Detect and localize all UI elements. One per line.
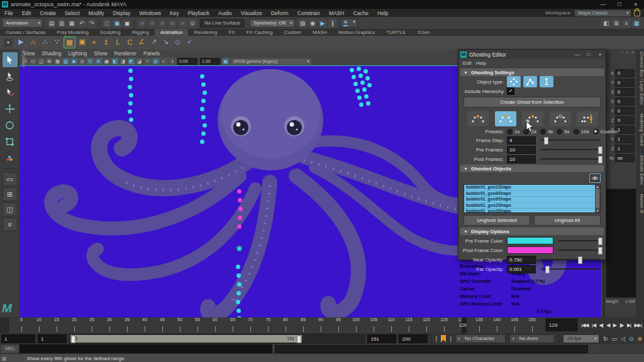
channel-box-icon[interactable]: ∩ [626,50,629,55]
shelf-tab[interactable]: Rendering [188,29,223,36]
toolbar-icon[interactable]: ⊙ [188,19,197,28]
gamma-field[interactable]: 1.00 [200,58,220,65]
toolbar-icon[interactable]: | [133,19,136,28]
channel-box-icon[interactable]: ✓ [631,50,635,55]
toolbar-icon[interactable]: ▦ [67,19,76,28]
panel-menu-item[interactable]: Panels [143,50,160,57]
transport-button[interactable]: ▶ [613,322,616,328]
panel-menu-item[interactable]: Renderer [114,50,136,57]
viewport-toolbar-icon[interactable]: ◍ [152,58,160,65]
render-icon[interactable]: ∥ [328,19,337,28]
toolbar-icon[interactable]: ∩ [138,19,147,28]
shelf-tool-icon[interactable]: ↘ [160,36,171,47]
weight-value[interactable]: 1.000 [625,299,635,304]
joint-chain-type-button[interactable] [523,76,537,87]
ghost-menu-item[interactable]: Help [476,60,486,66]
channel-value[interactable]: on [615,154,635,162]
viewport-toolbar-icon[interactable]: ▣ [103,58,111,65]
panel-menu-item[interactable]: Show [94,50,107,57]
rotate-tool-button[interactable] [3,118,18,133]
toolbar-icon[interactable]: ▤ [47,19,56,28]
menu-item[interactable]: Audio [214,10,236,16]
shelf-tool-icon[interactable]: ∵ [52,36,62,47]
post-frame-color-swatch[interactable] [507,246,553,254]
scale-tool-button[interactable] [3,134,18,149]
layout-preset-button[interactable]: ≡ [3,217,18,231]
color-management-icon[interactable]: ▣ [222,58,230,65]
panel-menu-item[interactable]: Shading [42,50,61,57]
exposure-field[interactable]: 0.00 [177,58,197,65]
anim-start-field[interactable] [1,334,35,343]
joint-type-button[interactable] [540,76,553,87]
render-icon[interactable]: ◉ [308,19,317,28]
command-input[interactable] [19,344,272,354]
workspace-dropdown[interactable]: Maya Classic [574,9,631,17]
shelf-tool-icon[interactable]: ↗ [148,36,159,47]
live-surface-field[interactable]: No Live Surface [200,19,245,28]
viewport-toolbar-icon[interactable]: ◩ [128,58,135,65]
near-opacity-input[interactable] [507,256,536,264]
menu-item[interactable]: MASH [325,10,349,16]
channel-value[interactable]: 0 [615,116,635,124]
panel-toggle-icon[interactable]: ⊞ [612,19,621,28]
panel-menu-item[interactable]: Lighting [68,50,87,57]
viewport-toolbar-icon[interactable]: ◎ [79,58,86,65]
scroll-up-icon[interactable]: ▲ [596,185,599,189]
ghosted-objects-header[interactable]: ▼Ghosted Objects [460,165,604,172]
shelf-tab[interactable]: Motion Graphics [333,29,380,36]
toolbar-icon[interactable]: ↷ [87,19,96,28]
shelf-tab[interactable]: Sculpting [94,29,126,36]
viewport-toolbar-icon[interactable]: ▭ [30,58,37,65]
sidebar-tab[interactable]: Channel Box / Layer Editor [636,52,644,105]
list-item[interactable]: bubble01_geo8Shape [464,191,600,197]
toolbar-icon[interactable]: ∩ [158,19,167,28]
bookmark-icon[interactable] [441,335,447,343]
channel-value[interactable]: 0 [615,88,635,96]
playback-range-bar[interactable]: 1 151 [70,335,302,343]
viewport-toolbar-icon[interactable]: ⊞ [46,58,53,65]
shelf-tool-icon[interactable]: ∩ [28,36,38,47]
preset-radio[interactable]: 1s [507,129,519,134]
outliner-collapsed-tab[interactable]: Outliner [19,50,26,69]
list-item[interactable]: bubble01_geo3Shape [464,209,600,213]
panel-toggle-icon[interactable]: ▦ [632,19,641,28]
transport-button[interactable]: ◀ [606,322,609,328]
shelf-tool-icon[interactable]: ∠ [136,36,147,47]
list-item[interactable]: bubble01_geo2Shape [464,203,600,209]
next-bookmark-icon[interactable]: | [450,336,451,342]
display-options-header[interactable]: ▼Display Options [460,228,604,235]
playback-option-icon[interactable]: ◁ [621,336,625,342]
shelf-tab[interactable]: Custom [278,29,307,36]
pre-frames-slider[interactable] [541,146,601,153]
range-slider-track[interactable]: 1 151 [69,334,365,344]
menu-item[interactable]: Edit [18,10,36,16]
shelf-tool-icon[interactable]: ✓ [184,36,195,47]
shelf-tab[interactable]: Rigging [126,29,155,36]
pre-frame-color-slider[interactable] [558,237,601,244]
anim-end-field[interactable] [399,334,428,343]
shelf-tab[interactable]: MASH [307,29,333,36]
toolbar-icon[interactable]: ∩ [178,19,187,28]
playback-option-icon[interactable]: ⊕ [637,336,642,342]
toolbar-icon[interactable]: ◻ [103,19,111,28]
ghost-close-button[interactable]: × [594,52,606,57]
shelf-tab[interactable]: FX [223,29,240,36]
channel-value[interactable]: 1 [615,145,635,153]
viewport-toolbar-icon[interactable]: ◐ [160,58,168,65]
playback-start-field[interactable] [38,334,67,343]
shelf-tool-icon[interactable]: + [89,36,99,47]
ghost-style-button-4[interactable] [550,111,571,126]
transport-button[interactable]: |◀◀ [581,322,588,328]
ghost-menu-item[interactable]: Edit [463,60,472,66]
menu-item[interactable]: Select [60,10,84,16]
playback-end-field[interactable] [367,334,396,343]
shelf-tool-icon[interactable]: ▶ [16,36,26,47]
preset-radio[interactable]: 10s [574,129,589,134]
shelf-tab[interactable]: FX Caching [241,29,279,36]
toolbar-icon[interactable]: ▣ [113,19,121,28]
transport-button[interactable]: ◀| [599,322,602,328]
timeline-ruler[interactable]: 5101520253035404550556065707580859095100… [9,317,545,333]
command-language-toggle[interactable]: MEL [2,345,18,353]
range-start-handle[interactable] [71,336,75,343]
playback-option-icon[interactable]: ⊙ [629,336,634,342]
